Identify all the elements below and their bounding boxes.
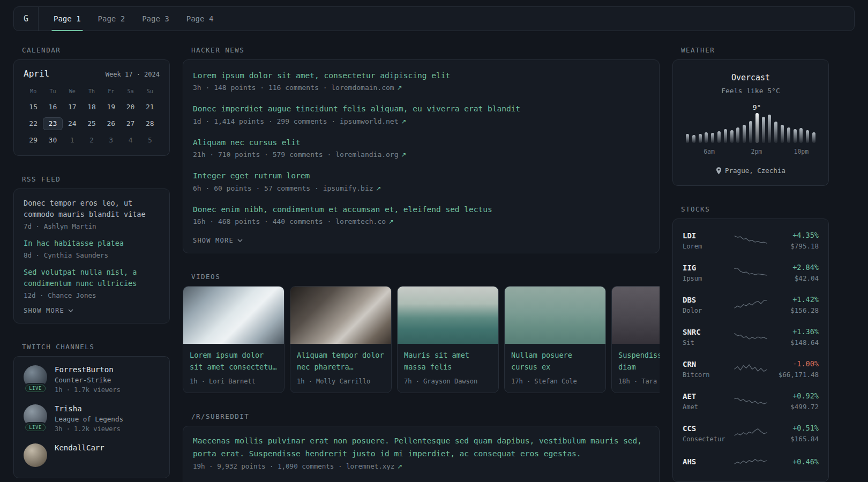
time-label: 6am — [704, 148, 715, 155]
subreddit-meta-text: 19h · 9,932 points · 1,090 comments · — [193, 462, 346, 470]
stock-sparkline — [734, 362, 768, 376]
stock-row[interactable]: SNRCSit +1.36%$148.64 — [683, 321, 819, 353]
subreddit-domain-link[interactable]: loremnet.xyz↗ — [346, 462, 402, 470]
calendar-day: 21 — [140, 101, 160, 114]
twitch-channel[interactable]: LIVE Trisha League of Legends 3h · 1.2k … — [24, 404, 160, 433]
video-card[interactable]: Lorem ipsum dolor sit amet consectetu… 1… — [183, 286, 285, 393]
weather-feels-like: Feels like 5°C — [682, 87, 820, 95]
external-link-icon: ↗ — [401, 118, 407, 125]
rss-item-link[interactable]: Sed volutpat nulla nisl, a condimentum n… — [24, 267, 160, 289]
rss-show-more-button[interactable]: SHOW MORE — [24, 307, 73, 314]
video-info: Aliquam tempor dolor nec pharetra… 1h · … — [290, 344, 391, 393]
channel-game: League of Legends — [55, 415, 123, 423]
rss-item-link[interactable]: In hac habitasse platea — [24, 238, 160, 249]
stock-change: +0.92% — [768, 391, 819, 400]
video-card[interactable]: Aliquam tempor dolor nec pharetra… 1h · … — [290, 286, 392, 393]
day-header: Mo — [24, 88, 43, 94]
stock-row[interactable]: LDILorem +4.35%$795.18 — [683, 224, 819, 257]
hn-title-link[interactable]: Donec enim nibh, condimentum et accumsan… — [193, 204, 649, 215]
weather-condition: Overcast — [682, 73, 820, 82]
video-meta: 1h · Molly Carrillo — [297, 378, 385, 385]
hn-title-link[interactable]: Lorem ipsum dolor sit amet, consectetur … — [193, 70, 649, 81]
calendar-day-next-month: 4 — [121, 134, 140, 147]
external-link-icon: ↗ — [397, 463, 402, 470]
calendar-day: 29 — [24, 134, 43, 147]
channel-name: KendallCarr — [55, 443, 104, 452]
hn-title-link[interactable]: Integer eget rutrum lorem — [193, 170, 649, 182]
hn-domain-link[interactable]: ipsumworld.net↗ — [340, 117, 407, 125]
stock-change: +1.42% — [768, 295, 819, 304]
twitch-channel[interactable]: LIVE ForrestBurton Counter-Strike 1h · 1… — [24, 365, 160, 394]
stocks-widget: STOCKS LDILorem +4.35%$795.18 IIGIpsum +… — [672, 205, 829, 482]
rss-section-title: RSS FEED — [22, 175, 170, 183]
calendar-month: April — [24, 69, 49, 79]
video-thumbnail — [612, 287, 660, 344]
stock-row[interactable]: AETAmet +0.92%$499.72 — [683, 385, 819, 417]
stock-ticker: IIG — [683, 263, 734, 272]
stock-row[interactable]: IIGIpsum +2.84%$42.04 — [683, 257, 819, 289]
stock-name: Ipsum — [683, 275, 734, 282]
stock-ticker: AET — [683, 392, 734, 401]
day-header: We — [63, 88, 82, 94]
calendar-days: 15 16 17 18 19 20 21 22 23 24 25 26 27 2… — [24, 101, 160, 147]
hn-title-link[interactable]: Donec imperdiet augue tincidunt felis al… — [193, 103, 649, 115]
tab-page-2[interactable]: Page 2 — [96, 7, 128, 31]
middle-column: HACKER NEWS Lorem ipsum dolor sit amet, … — [183, 46, 660, 482]
stock-row[interactable]: DBSDolor +1.42%$156.28 — [683, 289, 819, 321]
subreddit-widget: /R/SUBREDDIT Maecenas mollis pulvinar er… — [183, 412, 660, 482]
calendar-day-next-month: 5 — [140, 134, 160, 147]
hn-item: Integer eget rutrum lorem 6h · 60 points… — [193, 170, 649, 192]
stock-name: Lorem — [683, 243, 734, 250]
tab-page-4[interactable]: Page 4 — [184, 7, 216, 31]
day-header: Tu — [43, 88, 62, 94]
hn-meta-text: 16h · 468 points · 440 comments · — [193, 217, 335, 225]
tab-page-3[interactable]: Page 3 — [140, 7, 171, 31]
stock-change: +1.36% — [768, 327, 819, 336]
weather-section-title: WEATHER — [681, 46, 829, 54]
stock-row[interactable]: CRNBitcorn -1.00%$66,171.48 — [683, 353, 819, 385]
rss-item: Donec tempor eros leo, ut commodo mauris… — [24, 198, 160, 230]
hn-show-more-button[interactable]: SHOW MORE — [193, 237, 243, 244]
twitch-channel[interactable]: KendallCarr — [24, 443, 160, 467]
tab-page-1[interactable]: Page 1 — [51, 7, 83, 31]
calendar-day-next-month: 3 — [101, 134, 121, 147]
video-card[interactable]: Nullam posuere cursus ex 17h · Stefan Co… — [504, 286, 606, 393]
hn-domain-link[interactable]: ipsumify.biz↗ — [323, 184, 381, 192]
avatar — [24, 443, 47, 467]
subreddit-domain-text: loremnet.xyz — [346, 462, 394, 470]
video-title: Lorem ipsum dolor sit amet consectetu… — [190, 350, 278, 373]
channel-avatar — [24, 443, 47, 467]
calendar-day: 19 — [101, 101, 121, 114]
channel-meta: 1h · 1.7k viewers — [55, 386, 121, 394]
channel-info: ForrestBurton Counter-Strike 1h · 1.7k v… — [55, 365, 121, 394]
weather-location: Prague, Czechia — [682, 167, 820, 175]
stock-change: +4.35% — [768, 231, 819, 239]
subreddit-section-title: /R/SUBREDDIT — [191, 412, 660, 420]
stock-sparkline — [734, 330, 768, 344]
stock-name: Sit — [683, 339, 734, 347]
hn-item: Lorem ipsum dolor sit amet, consectetur … — [193, 70, 649, 92]
video-card[interactable]: Suspendisse diam 18h · Tara — [611, 286, 660, 393]
calendar-day: 20 — [121, 101, 140, 114]
stocks-card: LDILorem +4.35%$795.18 IIGIpsum +2.84%$4… — [672, 219, 829, 482]
stock-row[interactable]: CCSConsectetur +0.51%$165.84 — [683, 417, 819, 449]
stock-name: Dolor — [683, 307, 734, 314]
stock-sparkline — [734, 456, 768, 470]
calendar-card: April Week 17 · 2024 Mo Tu We Th Fr Sa S… — [13, 59, 170, 156]
hn-domain-link[interactable]: loremlandia.org↗ — [335, 150, 406, 159]
videos-section-title: VIDEOS — [191, 273, 660, 281]
hn-item-meta: 3h · 148 points · 116 comments · loremdo… — [193, 84, 649, 92]
video-card[interactable]: Mauris sit amet massa felis 7h · Grayson… — [397, 286, 499, 393]
subreddit-post-link[interactable]: Maecenas mollis pulvinar erat non posuer… — [193, 435, 649, 460]
hn-item: Donec enim nibh, condimentum et accumsan… — [193, 204, 649, 225]
topbar: G Page 1 Page 2 Page 3 Page 4 — [13, 6, 855, 31]
stock-name: Consectetur — [683, 435, 734, 443]
hn-domain-link[interactable]: loremdomain.com↗ — [331, 84, 402, 92]
video-info: Nullam posuere cursus ex 17h · Stefan Co… — [505, 344, 605, 393]
stock-row[interactable]: AHS +0.46% — [683, 449, 819, 476]
hn-domain-link[interactable]: loremtech.co↗ — [335, 217, 394, 225]
stock-sparkline — [734, 266, 768, 280]
hn-title-link[interactable]: Aliquam nec cursus elit — [193, 137, 649, 148]
calendar-day: 26 — [101, 117, 121, 130]
rss-item-link[interactable]: Donec tempor eros leo, ut commodo mauris… — [24, 198, 160, 220]
